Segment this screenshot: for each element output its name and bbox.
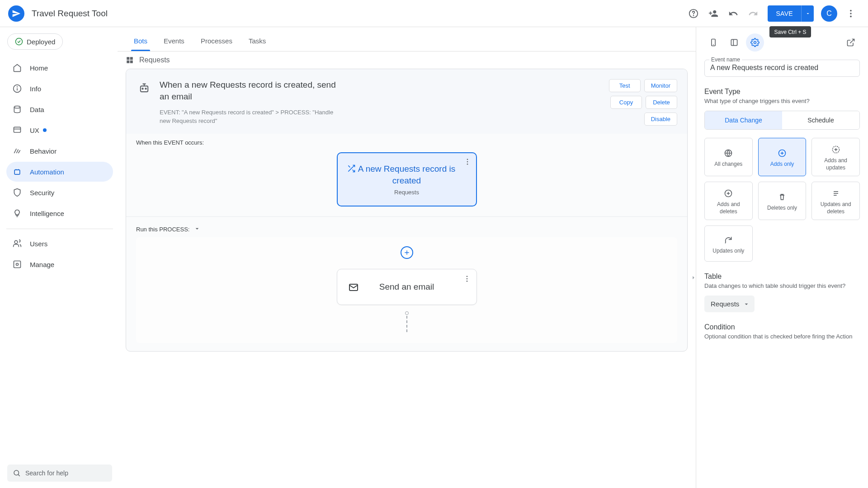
bot-copy-button[interactable]: Copy	[610, 96, 642, 109]
svg-rect-20	[127, 61, 129, 63]
nav-manage[interactable]: Manage	[6, 254, 113, 274]
svg-point-13	[14, 240, 18, 244]
condition-section-title: Condition	[704, 323, 860, 331]
save-button[interactable]: SAVE	[768, 5, 801, 22]
overflow-menu-icon[interactable]	[842, 5, 860, 23]
opt-updates-deletes[interactable]: Updates and deletes	[811, 182, 860, 220]
nav-data[interactable]: Data	[6, 99, 113, 119]
nav-security[interactable]: Security	[6, 183, 113, 202]
connector-line	[406, 316, 407, 332]
redo-icon[interactable]	[744, 5, 762, 23]
users-icon	[13, 239, 22, 248]
svg-point-3	[850, 13, 852, 14]
svg-point-30	[466, 281, 467, 282]
step-node-menu-icon[interactable]	[463, 275, 471, 284]
automation-icon	[13, 167, 22, 176]
help-icon[interactable]	[684, 5, 703, 23]
svg-point-26	[467, 161, 468, 163]
preview-mobile-icon[interactable]	[704, 33, 722, 52]
nav-users[interactable]: Users	[6, 234, 113, 253]
table-section-title: Table	[704, 272, 860, 281]
add-step-button[interactable]	[401, 246, 413, 259]
search-help-input[interactable]: Search for help	[7, 465, 112, 482]
robot-icon	[136, 79, 152, 126]
table-select[interactable]: Requests	[704, 296, 755, 312]
tab-bots[interactable]: Bots	[126, 37, 156, 51]
shuffle-icon	[347, 164, 356, 174]
event-node-title: A new Requests record is created	[346, 163, 468, 186]
shield-icon	[13, 188, 22, 197]
step-node-send-email[interactable]: Send an email	[337, 269, 477, 305]
plus-circle-dashed-icon	[831, 145, 841, 155]
add-user-icon[interactable]	[704, 5, 722, 23]
svg-rect-34	[731, 39, 737, 45]
event-name-input[interactable]	[710, 64, 854, 72]
nav-automation[interactable]: Automation	[6, 162, 113, 182]
bot-subtitle: EVENT: "A new Requests record is created…	[160, 108, 340, 126]
nav-intelligence[interactable]: Intelligence	[6, 203, 113, 223]
info-icon	[13, 84, 22, 93]
opt-adds-updates[interactable]: Adds and updates	[811, 138, 860, 176]
globe-icon	[723, 148, 733, 158]
event-type-desc: What type of change triggers this event?	[704, 98, 860, 104]
connector-dot-icon	[405, 311, 409, 315]
svg-point-15	[16, 263, 19, 266]
bot-monitor-button[interactable]: Monitor	[644, 79, 677, 92]
manage-icon	[13, 260, 22, 269]
refresh-icon	[723, 235, 733, 245]
opt-all-changes[interactable]: All changes	[704, 138, 753, 176]
tab-events[interactable]: Events	[156, 37, 193, 51]
svg-point-5	[16, 38, 23, 45]
bot-test-button[interactable]: Test	[609, 79, 641, 92]
tab-tasks[interactable]: Tasks	[241, 37, 274, 51]
behavior-icon	[13, 146, 22, 155]
svg-line-17	[18, 474, 19, 476]
nav-ux[interactable]: UX	[6, 120, 113, 140]
nav-home[interactable]: Home	[6, 58, 113, 78]
deploy-status-badge: Deployed	[7, 33, 63, 50]
chevron-down-icon[interactable]	[193, 225, 201, 234]
svg-point-28	[466, 276, 467, 277]
expand-panel-icon[interactable]	[690, 272, 696, 285]
event-name-field[interactable]: Event name	[704, 60, 860, 77]
opt-adds-deletes[interactable]: Adds and deletes	[704, 182, 753, 220]
svg-point-23	[142, 88, 143, 89]
open-external-icon[interactable]	[842, 33, 860, 52]
preview-tablet-icon[interactable]	[725, 33, 743, 52]
data-icon	[13, 105, 22, 114]
notification-dot-icon	[43, 128, 47, 132]
grid-icon	[126, 56, 134, 64]
svg-point-8	[17, 87, 18, 87]
event-node[interactable]: A new Requests record is created Request…	[337, 152, 477, 206]
event-node-subtitle: Requests	[346, 189, 468, 196]
user-avatar[interactable]: C	[821, 5, 837, 22]
bot-disable-button[interactable]: Disable	[644, 113, 677, 126]
nav-behavior[interactable]: Behavior	[6, 141, 113, 161]
opt-deletes-only[interactable]: Deletes only	[758, 182, 807, 220]
toggle-data-change[interactable]: Data Change	[705, 111, 782, 129]
toggle-schedule[interactable]: Schedule	[782, 111, 859, 129]
save-dropdown-button[interactable]	[801, 5, 814, 22]
list-icon	[831, 188, 841, 198]
svg-point-36	[754, 42, 756, 44]
nav-info[interactable]: Info	[6, 79, 113, 99]
event-type-title: Event Type	[704, 88, 860, 96]
svg-point-4	[850, 15, 852, 17]
undo-icon[interactable]	[724, 5, 742, 23]
event-section-label: When this EVENT occurs:	[126, 134, 687, 152]
svg-point-16	[14, 470, 19, 475]
plus-circle-icon	[777, 148, 787, 158]
tab-processes[interactable]: Processes	[193, 37, 241, 51]
app-logo-icon	[8, 5, 24, 22]
bot-delete-button[interactable]: Delete	[646, 96, 677, 109]
breadcrumb: Requests	[139, 56, 170, 64]
svg-point-25	[467, 159, 468, 160]
svg-rect-22	[141, 86, 148, 92]
mail-icon	[348, 282, 359, 294]
settings-icon[interactable]	[746, 33, 764, 52]
opt-adds-only[interactable]: Adds only	[758, 138, 807, 176]
svg-point-27	[467, 164, 468, 165]
table-section-desc: Data changes to which table should trigg…	[704, 282, 860, 289]
opt-updates-only[interactable]: Updates only	[704, 225, 753, 262]
event-node-menu-icon[interactable]	[463, 158, 472, 167]
